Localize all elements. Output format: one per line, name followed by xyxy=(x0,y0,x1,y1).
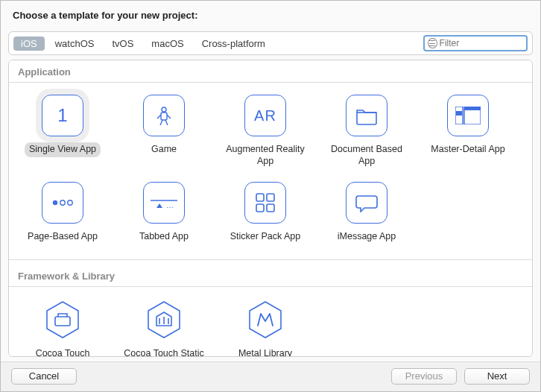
filter-field-wrap[interactable]: ☰ xyxy=(423,35,528,51)
template-tabbed-app[interactable]: … Tabbed App xyxy=(113,176,215,252)
svg-rect-18 xyxy=(267,194,274,201)
tab-label: watchOS xyxy=(55,38,95,49)
svg-rect-19 xyxy=(256,204,264,212)
template-label: Master-Detail App xyxy=(426,142,509,157)
template-single-view-app[interactable]: 1 Single View App xyxy=(12,89,113,176)
svg-line-4 xyxy=(160,120,162,125)
svg-rect-1 xyxy=(161,113,167,120)
svg-point-0 xyxy=(162,107,166,112)
tab-label: macOS xyxy=(151,38,183,49)
platform-tabbar: iOS watchOS tvOS macOS Cross-platform ☰ xyxy=(8,31,533,55)
template-label: Augmented Reality App xyxy=(218,142,313,168)
framework-grid: Cocoa Touch Framework Cocoa Touch Static… xyxy=(9,291,532,357)
tab-macos[interactable]: macOS xyxy=(144,37,191,51)
svg-rect-22 xyxy=(55,317,70,326)
game-icon xyxy=(143,95,185,136)
section-heading-application: Application xyxy=(9,60,532,80)
dialog-title: Choose a template for your new project: xyxy=(13,10,528,21)
template-label: Metal Library xyxy=(234,347,297,357)
svg-rect-20 xyxy=(267,204,274,212)
sticker-icon xyxy=(244,182,286,224)
template-sticker-pack-app[interactable]: Sticker Pack App xyxy=(215,176,316,252)
tab-watchos[interactable]: watchOS xyxy=(48,37,102,51)
divider xyxy=(9,82,532,83)
new-project-dialog: Choose a template for your new project: … xyxy=(0,0,541,392)
svg-point-13 xyxy=(68,200,72,205)
template-page-based-app[interactable]: Page-Based App xyxy=(12,176,113,252)
svg-text:…: … xyxy=(166,201,174,209)
template-label: Sticker Pack App xyxy=(226,230,306,244)
template-metal-library[interactable]: Metal Library xyxy=(215,293,316,357)
svg-point-11 xyxy=(53,200,57,205)
document-icon xyxy=(346,95,387,136)
template-label: Document Based App xyxy=(319,142,414,168)
dialog-header: Choose a template for your new project: xyxy=(1,1,540,25)
template-cocoa-touch-framework[interactable]: Cocoa Touch Framework xyxy=(12,293,113,357)
template-label: Cocoa Touch Static Library xyxy=(116,347,212,357)
tabbed-icon: … xyxy=(143,182,185,224)
ar-icon: AR xyxy=(244,95,286,136)
previous-button: Previous xyxy=(391,368,457,385)
filter-input[interactable] xyxy=(440,38,523,48)
svg-marker-15 xyxy=(156,203,162,208)
template-master-detail-app[interactable]: Master-Detail App xyxy=(417,89,519,176)
template-list: Application 1 Single View App Game AR Au… xyxy=(8,60,533,357)
tab-label: iOS xyxy=(21,38,37,49)
template-label: Game xyxy=(147,142,181,157)
tab-ios[interactable]: iOS xyxy=(13,37,45,51)
svg-marker-27 xyxy=(250,302,281,338)
section-heading-framework: Framework & Library xyxy=(9,265,532,285)
framework-icon xyxy=(42,299,83,341)
template-label: Tabbed App xyxy=(135,230,193,244)
tab-tvos[interactable]: tvOS xyxy=(104,37,141,51)
svg-line-2 xyxy=(157,115,161,118)
dialog-footer: Cancel Previous Next xyxy=(1,361,540,391)
svg-rect-8 xyxy=(456,111,462,116)
master-detail-icon xyxy=(447,95,489,136)
svg-marker-21 xyxy=(47,302,78,338)
svg-line-3 xyxy=(167,115,171,118)
digit-1-icon: 1 xyxy=(42,95,83,136)
cancel-button[interactable]: Cancel xyxy=(11,368,77,385)
template-label: Page-Based App xyxy=(23,230,102,244)
page-based-icon xyxy=(42,182,83,224)
divider xyxy=(9,259,532,260)
filter-icon: ☰ xyxy=(428,38,437,48)
svg-rect-10 xyxy=(464,107,481,110)
next-button[interactable]: Next xyxy=(464,368,530,385)
application-grid: 1 Single View App Game AR Augmented Real… xyxy=(9,87,532,258)
template-game[interactable]: Game xyxy=(113,89,215,176)
static-library-icon xyxy=(143,299,185,341)
imessage-icon xyxy=(346,182,387,224)
metal-icon xyxy=(244,299,286,341)
template-label: Single View App xyxy=(25,142,101,157)
tab-cross-platform[interactable]: Cross-platform xyxy=(194,37,273,51)
svg-rect-17 xyxy=(256,194,264,201)
template-label: Cocoa Touch Framework xyxy=(15,347,110,357)
template-document-based-app[interactable]: Document Based App xyxy=(316,89,417,176)
template-augmented-reality-app[interactable]: AR Augmented Reality App xyxy=(215,89,316,176)
template-imessage-app[interactable]: iMessage App xyxy=(316,176,417,252)
template-label: iMessage App xyxy=(333,230,401,244)
template-cocoa-touch-static-library[interactable]: Cocoa Touch Static Library xyxy=(113,293,215,357)
divider xyxy=(9,286,532,287)
tab-label: Cross-platform xyxy=(202,38,265,49)
svg-line-5 xyxy=(165,120,168,125)
tab-label: tvOS xyxy=(112,38,133,49)
svg-point-12 xyxy=(60,200,65,205)
